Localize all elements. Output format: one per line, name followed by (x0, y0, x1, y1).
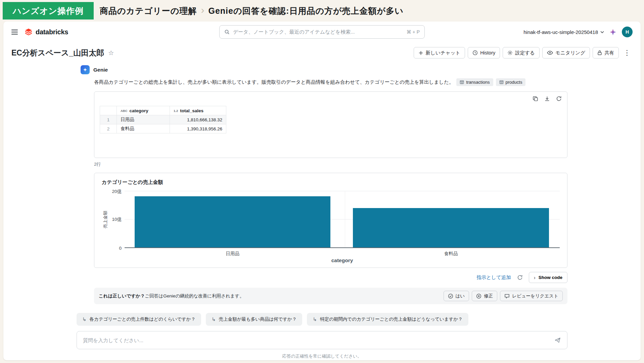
y-tick: 0 (119, 246, 122, 251)
y-axis-ticks: 20億 10億 0 (109, 191, 125, 248)
show-code-label: Show code (539, 275, 562, 280)
download-icon (544, 96, 550, 102)
settings-button[interactable]: 設定する (503, 47, 540, 58)
total-sales-cell: 1,810,666,138.32 (170, 115, 226, 124)
show-code-button[interactable]: › Show code (529, 272, 567, 283)
message-body: 各商品カテゴリーごとの総売上を集計し、売上が多い順に表示しています。販売取引のデ… (94, 78, 567, 304)
table-icon (460, 80, 464, 84)
clock-icon (472, 50, 478, 55)
regenerate-button[interactable] (517, 275, 523, 280)
add-instruction-link[interactable]: 指示として追加 (476, 274, 511, 281)
response-actions: 指示として追加 › Show code (94, 272, 567, 283)
reply-arrow-icon: ↳ (212, 316, 216, 322)
kebab-menu-button[interactable]: ⋮ (622, 49, 633, 57)
genie-name: Genie (93, 67, 108, 73)
message-text: 各商品カテゴリーごとの総売上を集計し、売上が多い順に表示しています。販売取引のデ… (94, 78, 454, 86)
eye-icon (547, 51, 553, 55)
global-search-input[interactable]: データ、ノートブック、最近のアイテムなどを検索... ⌘ + P (219, 25, 425, 39)
feedback-review-button[interactable]: レビューをリクエスト (500, 291, 563, 301)
table-row: 2 食料品 1,390,318,956.26 (100, 124, 226, 133)
y-tick: 10億 (112, 216, 122, 223)
copy-button[interactable] (533, 96, 538, 102)
new-chat-label: 新しいチャット (426, 50, 461, 56)
monitoring-button[interactable]: モニタリング (542, 47, 590, 58)
hands-on-badge: ハンズオン操作例 (3, 2, 94, 19)
bar (353, 208, 549, 247)
column-label: total_sales (180, 108, 203, 113)
gridline (125, 191, 560, 191)
string-type-icon: ABC (121, 109, 128, 113)
hamburger-icon (11, 30, 18, 35)
row-number-header (100, 106, 117, 115)
tag-label: products (506, 80, 522, 85)
tag-label: transactions (466, 80, 490, 85)
download-button[interactable] (544, 96, 550, 102)
refresh-button[interactable] (556, 96, 562, 102)
column-header-total-sales[interactable]: 1.2total_sales (170, 106, 226, 115)
title-actions: 新しいチャット History 設定する モニタリング 共有 ⋮ (414, 47, 633, 58)
table-tag-transactions[interactable]: transactions (456, 78, 493, 86)
header-right: hinak-tf-aws-uc-simple-20250418 H (523, 27, 633, 37)
title-row: EC分析スペース_山田太郎 ☆ 新しいチャット History 設定する モニタ… (3, 42, 641, 58)
refresh-icon (556, 96, 562, 102)
gear-icon (507, 50, 513, 55)
workspace-selector[interactable]: hinak-tf-aws-uc-simple-20250418 (523, 29, 604, 35)
row-count-label: 2行 (94, 161, 567, 167)
review-label: レビューをリクエスト (512, 293, 558, 299)
total-sales-cell: 1,390,318,956.26 (170, 124, 226, 133)
feedback-note: ご回答はGenieの継続的な改善に利用されます。 (145, 293, 244, 299)
user-avatar[interactable]: H (622, 27, 633, 37)
databricks-logo: databricks (25, 28, 68, 36)
send-button[interactable] (554, 337, 561, 344)
suggestion-label: 各カテゴリーごとの売上件数はどのくらいですか？ (90, 316, 196, 322)
new-chat-button[interactable]: 新しいチャット (414, 47, 465, 58)
search-icon (224, 29, 230, 35)
composer (77, 331, 567, 349)
table-header-row: ABCcategory 1.2total_sales (100, 106, 226, 115)
suggestion-chips: ↳ 各カテゴリーごとの売上件数はどのくらいですか？ ↳ 売上金額が最も多い商品は… (77, 313, 567, 326)
suggestion-chip[interactable]: ↳ 売上金額が最も多い商品は何ですか？ (206, 313, 302, 326)
feedback-yes-button[interactable]: はい (444, 291, 469, 301)
bar-chart: 売上金額 20億 10億 0 (102, 191, 560, 264)
monitoring-label: モニタリング (555, 50, 585, 56)
workspace-name: hinak-tf-aws-uc-simple-20250418 (523, 29, 598, 35)
chevron-right-icon: › (534, 275, 536, 280)
message-text-row: 各商品カテゴリーごとの総売上を集計し、売上が多い順に表示しています。販売取引のデ… (94, 78, 567, 86)
favorite-star-icon[interactable]: ☆ (108, 49, 114, 57)
row-number-cell: 2 (100, 124, 117, 133)
question-input[interactable] (83, 337, 554, 343)
feedback-buttons: はい 修正 レビューをリクエスト (444, 291, 563, 301)
banner-title: Genieの回答を確認:日用品の方が売上金額が多い (208, 5, 403, 16)
send-icon (554, 337, 561, 344)
suggestion-chip[interactable]: ↳ 各カテゴリーごとの売上件数はどのくらいですか？ (77, 313, 201, 326)
result-toolbar (533, 96, 562, 102)
reply-arrow-icon: ↳ (313, 316, 317, 322)
table-icon (499, 80, 504, 84)
hands-on-banner: ハンズオン操作例 商品のカテゴリーの理解 › Genieの回答を確認:日用品の方… (0, 0, 644, 22)
suggestion-chip[interactable]: ↳ 特定の期間内でのカテゴリーごとの売上金額はどうなっていますか？ (307, 313, 468, 326)
app-header: databricks データ、ノートブック、最近のアイテムなどを検索... ⌘ … (3, 22, 641, 42)
y-tick: 20億 (112, 189, 122, 195)
feedback-fix-button[interactable]: 修正 (472, 291, 497, 301)
hamburger-menu-button[interactable] (11, 30, 18, 35)
share-button[interactable]: 共有 (593, 47, 619, 58)
x-axis-label: category (125, 257, 560, 264)
assistant-sparkle-button[interactable] (609, 29, 616, 36)
table-tag-products[interactable]: products (496, 78, 526, 86)
category-cell: 日用品 (117, 115, 170, 124)
genie-avatar (81, 65, 90, 74)
banner-breadcrumb: 商品のカテゴリーの理解 › Genieの回答を確認:日用品の方が売上金額が多い (100, 5, 404, 16)
feedback-question: これは正しいですか？ (99, 293, 145, 299)
sparkle-icon (609, 29, 616, 36)
comment-icon (504, 293, 510, 299)
feedback-bar: これは正しいですか？ ご回答はGenieの継続的な改善に利用されます。 はい 修… (94, 288, 567, 304)
plus-icon (418, 50, 423, 55)
history-label: History (480, 50, 495, 55)
result-table: ABCcategory 1.2total_sales 1 日用品 1,810,6… (100, 106, 226, 133)
column-label: category (130, 108, 148, 113)
x-tick: 日用品 (226, 251, 239, 257)
logo-text: databricks (36, 28, 68, 36)
column-header-category[interactable]: ABCcategory (117, 106, 170, 115)
history-button[interactable]: History (468, 47, 500, 58)
share-label: 共有 (604, 50, 614, 56)
